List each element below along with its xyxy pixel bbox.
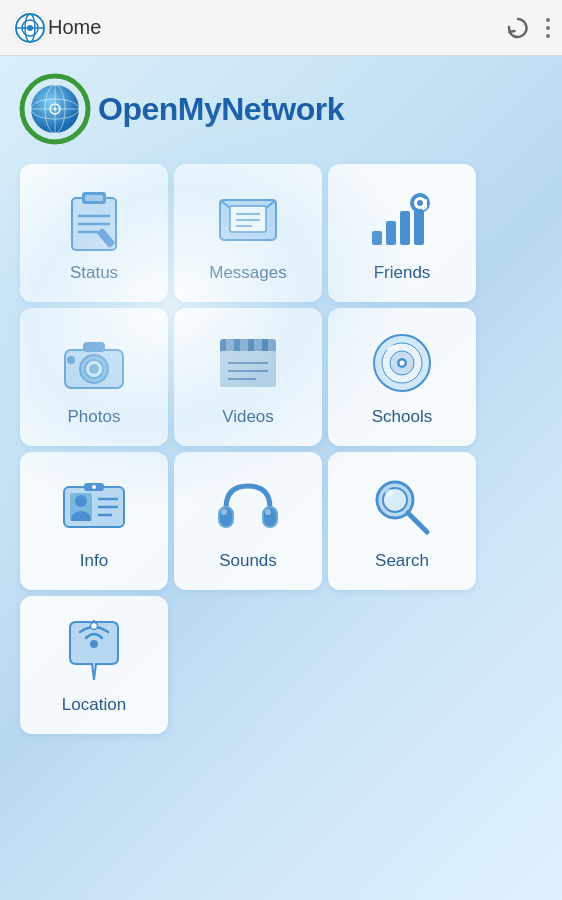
search-icon [366,471,438,543]
videos-label: Videos [222,407,274,427]
refresh-icon[interactable] [502,12,534,44]
info-icon [58,471,130,543]
photos-label: Photos [68,407,121,427]
friends-label: Friends [374,263,431,283]
menu-item-info[interactable]: Info [20,452,168,590]
status-label: Status [70,263,118,283]
info-label: Info [80,551,108,571]
svg-rect-27 [372,231,382,245]
search-label: Search [375,551,429,571]
svg-point-67 [265,509,271,515]
svg-rect-41 [226,339,234,353]
messages-label: Messages [209,263,286,283]
page-title: Home [48,16,502,39]
menu-item-status[interactable]: Status [20,164,168,302]
sounds-label: Sounds [219,551,277,571]
logo-area: OpenMyNetwork [0,56,562,154]
svg-point-66 [221,509,227,515]
sounds-icon [212,471,284,543]
top-bar: Home [0,0,562,56]
main-content: OpenMyNetwork Status [0,56,562,900]
svg-rect-44 [268,339,276,353]
friends-icon [366,183,438,255]
schools-icon [366,327,438,399]
menu-item-photos[interactable]: Photos [20,308,168,446]
more-options-icon[interactable] [546,18,550,38]
svg-line-70 [408,513,427,532]
menu-item-videos[interactable]: Videos [174,308,322,446]
app-icon [12,10,48,46]
svg-point-71 [385,489,393,497]
svg-rect-43 [254,339,262,353]
svg-point-56 [75,495,87,507]
svg-point-73 [91,623,98,630]
svg-point-61 [92,485,96,489]
logo-globe-icon [20,74,90,144]
menu-item-schools[interactable]: Schools [328,308,476,446]
menu-item-search[interactable]: Search [328,452,476,590]
svg-rect-23 [230,206,266,232]
svg-rect-35 [83,342,105,352]
svg-point-13 [54,108,57,111]
videos-icon [212,327,284,399]
menu-item-messages[interactable]: Messages [174,164,322,302]
logo-text: OpenMyNetwork [98,91,344,128]
menu-item-sounds[interactable]: Sounds [174,452,322,590]
svg-rect-16 [85,195,103,201]
svg-rect-42 [240,339,248,353]
svg-rect-45 [220,351,276,387]
messages-icon [212,183,284,255]
schools-label: Schools [372,407,432,427]
svg-rect-29 [400,211,410,245]
menu-item-friends[interactable]: Friends [328,164,476,302]
location-label: Location [62,695,126,715]
svg-point-39 [67,356,75,364]
photos-icon [58,327,130,399]
svg-point-33 [417,200,423,206]
status-icon [58,183,130,255]
svg-point-38 [89,364,99,374]
svg-point-72 [90,640,98,648]
svg-point-53 [400,361,405,366]
menu-grid: Status Messages [0,154,562,744]
location-icon [58,615,130,687]
svg-point-5 [27,25,33,31]
svg-rect-28 [386,221,396,245]
menu-item-location[interactable]: Location [20,596,168,734]
